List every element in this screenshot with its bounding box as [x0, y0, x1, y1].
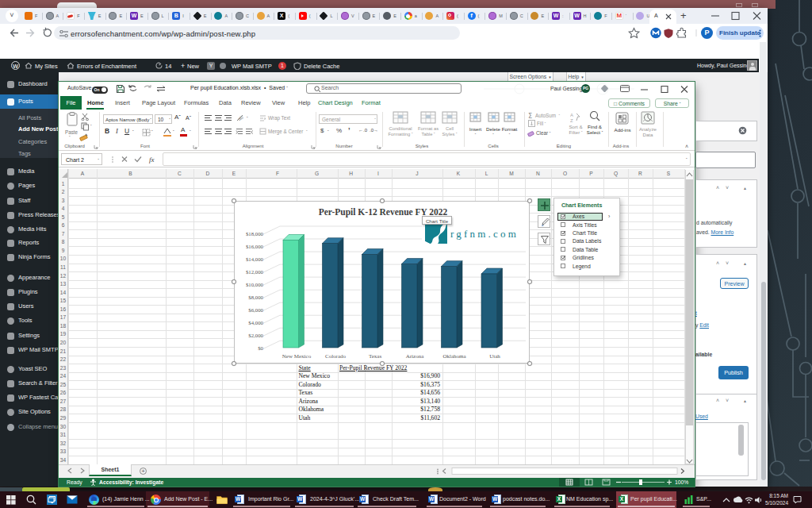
svg-text:Colorado: Colorado — [325, 353, 347, 360]
svg-text:$16,000: $16,000 — [246, 244, 264, 249]
svg-text:Texas: Texas — [369, 353, 382, 360]
svg-text:$18,000: $18,000 — [246, 231, 264, 237]
svg-text:$10,000: $10,000 — [246, 282, 264, 287]
svg-text:$6,000: $6,000 — [248, 307, 263, 313]
svg-text:fx: fx — [149, 156, 155, 164]
svg-text:rgfnm.com: rgfnm.com — [450, 228, 519, 240]
svg-text:New Mexico: New Mexico — [282, 353, 312, 360]
svg-text:ab: ab — [237, 114, 244, 121]
svg-text:$2,000: $2,000 — [248, 333, 263, 338]
svg-text:Oklahoma: Oklahoma — [442, 353, 466, 360]
svg-text:Utah: Utah — [489, 353, 500, 360]
svg-text:$14,000: $14,000 — [246, 256, 264, 262]
svg-text:$8,000: $8,000 — [248, 294, 263, 300]
svg-text:A: A — [570, 113, 573, 117]
svg-text:Z: Z — [570, 118, 573, 123]
svg-text:$0: $0 — [258, 345, 263, 351]
svg-text:Arizona: Arizona — [406, 353, 424, 360]
svg-text:$4,000: $4,000 — [248, 320, 263, 325]
svg-text:$12,000: $12,000 — [246, 269, 264, 275]
